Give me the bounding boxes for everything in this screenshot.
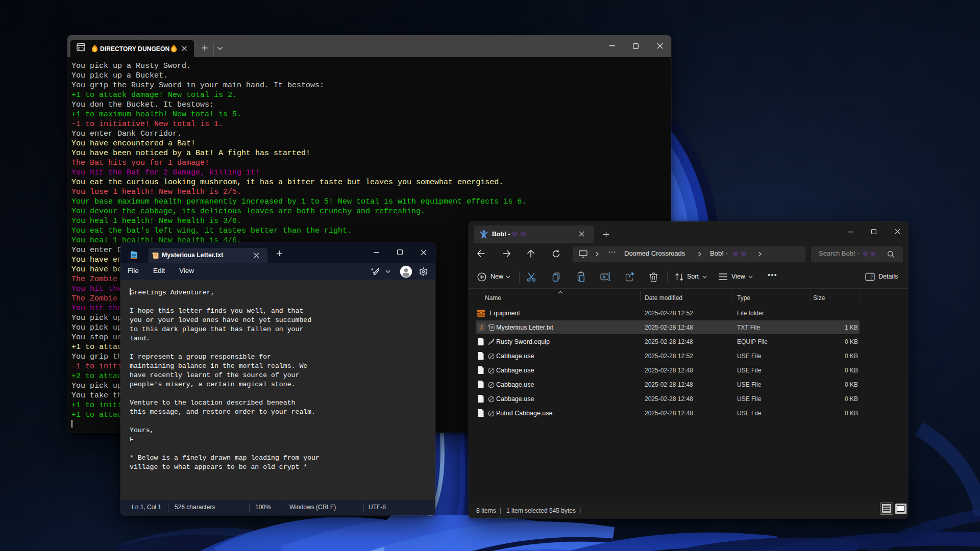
svg-text:C:\: C:\ xyxy=(78,47,84,51)
svg-text:A: A xyxy=(602,274,606,280)
